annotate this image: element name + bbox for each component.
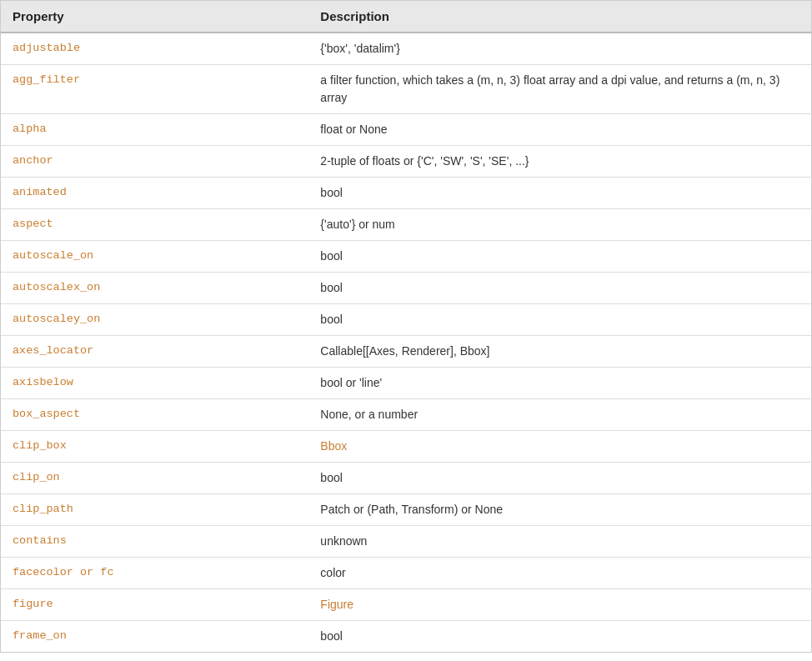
- description-cell: bool or 'line': [308, 368, 811, 399]
- description-cell: bool: [308, 621, 811, 653]
- property-cell: figure: [1, 589, 308, 621]
- property-cell: frame_on: [1, 621, 308, 653]
- property-suffix: or fc: [73, 566, 114, 578]
- property-cell: autoscale_on: [1, 241, 308, 273]
- description-cell: Figure: [308, 589, 811, 621]
- table-row: agg_filtera filter function, which takes…: [1, 65, 811, 114]
- table-row: clip_onbool: [1, 463, 811, 494]
- property-cell: anchor: [1, 146, 308, 178]
- property-column-header: Property: [1, 1, 308, 33]
- property-table-container: Property Description adjustable{'box', '…: [0, 0, 812, 653]
- table-row: aspect{'auto'} or num: [1, 209, 811, 241]
- table-row: box_aspectNone, or a number: [1, 399, 811, 431]
- table-row: axisbelowbool or 'line': [1, 368, 811, 399]
- property-cell: axisbelow: [1, 368, 308, 399]
- description-cell: Callable[[Axes, Renderer], Bbox]: [308, 336, 811, 368]
- property-cell: clip_on: [1, 463, 308, 494]
- description-cell: color: [308, 558, 811, 589]
- description-link[interactable]: Bbox: [320, 439, 347, 453]
- table-row: axes_locatorCallable[[Axes, Renderer], B…: [1, 336, 811, 368]
- property-cell: box_aspect: [1, 399, 308, 431]
- property-cell: agg_filter: [1, 65, 308, 114]
- property-cell: clip_box: [1, 431, 308, 463]
- table-row: autoscale_onbool: [1, 241, 811, 273]
- property-cell: clip_path: [1, 494, 308, 526]
- description-cell: unknown: [308, 526, 811, 558]
- table-row: autoscalex_onbool: [1, 273, 811, 304]
- property-cell: autoscaley_on: [1, 304, 308, 336]
- property-cell: aspect: [1, 209, 308, 241]
- property-cell: facecolor or fc: [1, 558, 308, 589]
- table-row: clip_boxBbox: [1, 431, 811, 463]
- property-table: Property Description adjustable{'box', '…: [1, 1, 811, 652]
- description-cell: {'box', 'datalim'}: [308, 33, 811, 65]
- description-column-header: Description: [308, 1, 811, 33]
- description-cell: None, or a number: [308, 399, 811, 431]
- property-cell: alpha: [1, 114, 308, 146]
- table-row: frame_onbool: [1, 621, 811, 653]
- description-cell: a filter function, which takes a (m, n, …: [308, 65, 811, 114]
- table-row: containsunknown: [1, 526, 811, 558]
- property-cell: axes_locator: [1, 336, 308, 368]
- table-row: autoscaley_onbool: [1, 304, 811, 336]
- description-cell: bool: [308, 463, 811, 494]
- description-cell: Bbox: [308, 431, 811, 463]
- table-row: animatedbool: [1, 178, 811, 209]
- property-name: facecolor: [13, 566, 73, 578]
- description-cell: {'auto'} or num: [308, 209, 811, 241]
- property-cell: adjustable: [1, 33, 308, 65]
- property-cell: animated: [1, 178, 308, 209]
- table-row: facecolor or fccolor: [1, 558, 811, 589]
- table-row: figureFigure: [1, 589, 811, 621]
- description-cell: bool: [308, 304, 811, 336]
- description-cell: float or None: [308, 114, 811, 146]
- description-cell: Patch or (Path, Transform) or None: [308, 494, 811, 526]
- property-cell: contains: [1, 526, 308, 558]
- description-cell: bool: [308, 178, 811, 209]
- description-cell: bool: [308, 273, 811, 304]
- description-link[interactable]: Figure: [320, 598, 353, 611]
- property-cell: autoscalex_on: [1, 273, 308, 304]
- table-row: adjustable{'box', 'datalim'}: [1, 33, 811, 65]
- table-row: anchor2-tuple of floats or {'C', 'SW', '…: [1, 146, 811, 178]
- table-row: alphafloat or None: [1, 114, 811, 146]
- table-header-row: Property Description: [1, 1, 811, 33]
- description-cell: 2-tuple of floats or {'C', 'SW', 'S', 'S…: [308, 146, 811, 178]
- table-row: clip_pathPatch or (Path, Transform) or N…: [1, 494, 811, 526]
- description-cell: bool: [308, 241, 811, 273]
